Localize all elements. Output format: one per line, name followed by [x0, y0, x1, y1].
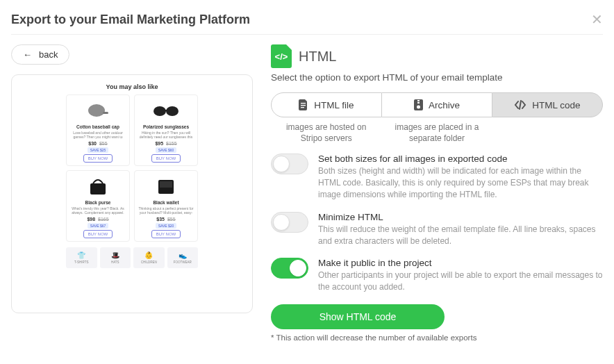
segment-sub-code: [492, 122, 603, 144]
preview-heading: You may also like: [66, 83, 198, 90]
option-description: This will reduce the weight of the email…: [318, 224, 603, 247]
option-description: Other participants in your project will …: [318, 270, 603, 293]
section-title: HTML: [299, 49, 336, 65]
product-card: Polarized sunglasses Hiking in the sun? …: [134, 94, 198, 166]
modal-title: Export to your Email Marketing Platform: [11, 13, 250, 27]
export-modal: Export to your Email Marketing Platform …: [0, 0, 614, 364]
onesie-icon: 👶: [144, 252, 153, 259]
code-icon: [514, 100, 526, 110]
svg-rect-9: [301, 105, 306, 106]
svg-rect-13: [417, 102, 420, 104]
modal-header: Export to your Email Marketing Platform …: [11, 13, 603, 35]
category-hats: 🎩HATS: [100, 247, 131, 268]
segment-sub-archive: images are placed in a separate folder: [381, 122, 492, 144]
product-card: Cotton baseball cap Love baseball and ot…: [66, 94, 130, 166]
email-preview-card: You may also like Cotton baseball cap Lo…: [11, 74, 253, 313]
category-children: 👶CHILDREN: [133, 247, 165, 268]
svg-rect-4: [165, 110, 167, 111]
svg-rect-12: [417, 100, 420, 101]
back-button[interactable]: ← back: [11, 44, 69, 65]
product-image-cap: [69, 98, 126, 123]
option-description: Both sizes (height and width) will be in…: [318, 165, 603, 200]
footnote: * This action will decrease the number o…: [271, 333, 603, 342]
segment-html-code[interactable]: HTML code: [492, 92, 603, 117]
toggle-both-sizes[interactable]: [271, 154, 308, 174]
segment-html-file[interactable]: HTML file: [271, 92, 382, 117]
toggle-minimize[interactable]: [271, 212, 308, 233]
html-file-icon: </>: [271, 44, 292, 68]
toggle-public[interactable]: [271, 258, 308, 279]
back-label: back: [39, 49, 58, 60]
svg-rect-7: [160, 181, 172, 188]
svg-rect-1: [103, 112, 108, 114]
hat-icon: 🎩: [111, 252, 119, 259]
email-preview: You may also like Cotton baseball cap Lo…: [66, 82, 198, 306]
arrow-left-icon: ←: [23, 49, 32, 60]
svg-point-14: [417, 106, 420, 109]
product-image-sunglasses: [138, 98, 194, 123]
svg-rect-5: [90, 183, 106, 195]
archive-icon: [414, 99, 423, 110]
show-html-code-button[interactable]: Show HTML code: [271, 304, 445, 329]
svg-point-2: [154, 106, 166, 116]
shoe-icon: 👟: [179, 252, 187, 259]
product-card: Black purse What's trendy this year? Bla…: [66, 170, 130, 242]
product-card: Black wallet Thinking about a perfect pr…: [134, 170, 198, 242]
svg-rect-8: [301, 103, 306, 104]
option-title: Make it public in the project: [318, 258, 603, 268]
option-title: Minimize HTML: [318, 212, 603, 222]
svg-point-3: [166, 106, 179, 116]
section-description: Select the option to export HTML of your…: [271, 72, 603, 83]
option-title: Set both sizes for all images in exporte…: [318, 154, 603, 164]
svg-point-0: [88, 104, 105, 117]
segment-archive[interactable]: Archive: [382, 92, 492, 117]
segment-sub-file: images are hosted on Stripo servers: [271, 122, 381, 144]
category-footwear: 👟FOOTWEAR: [167, 247, 199, 268]
close-icon[interactable]: ✕: [591, 13, 603, 26]
tshirt-icon: 👕: [77, 252, 85, 259]
file-icon: [299, 99, 308, 110]
svg-rect-10: [301, 107, 304, 108]
product-image-wallet: [138, 174, 194, 199]
category-tshirts: 👕T-SHIRTS: [66, 247, 97, 268]
product-image-purse: [69, 174, 126, 199]
export-segmented-control: HTML file Archive HTML code: [271, 92, 603, 117]
